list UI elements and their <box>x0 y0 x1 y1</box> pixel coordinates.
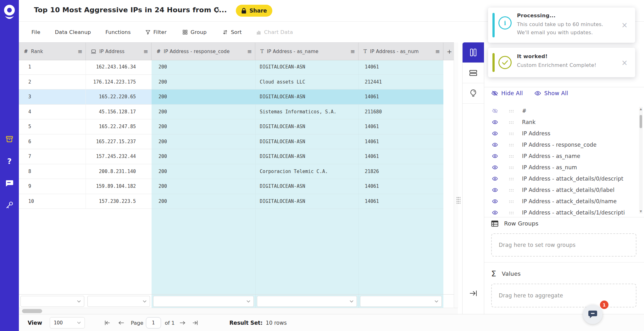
add-column-button[interactable]: + <box>443 43 453 60</box>
app-logo[interactable] <box>0 4 19 22</box>
column-header-rank[interactable]: # Rank ≡ <box>19 43 86 60</box>
drag-handle[interactable] <box>509 177 514 180</box>
share-button[interactable]: Share <box>236 5 272 17</box>
table-row[interactable]: 7157.245.232.44200DIGITALOCEAN-ASN14061 <box>19 149 443 164</box>
menu-filter[interactable]: Filter <box>145 29 167 35</box>
eye-icon[interactable] <box>492 131 498 136</box>
cell-response-code[interactable]: 200 <box>152 90 255 105</box>
cell-rank[interactable]: 8 <box>19 164 86 179</box>
column-menu-icon[interactable]: ≡ <box>350 48 355 55</box>
eye-icon[interactable] <box>492 120 498 125</box>
drag-handle[interactable] <box>509 155 514 158</box>
drag-handle[interactable] <box>509 132 514 135</box>
field-item[interactable]: IP Address <box>484 128 638 139</box>
panel-resize-handle[interactable] <box>456 197 460 204</box>
cell-as-name[interactable]: Cloud assets LLC <box>255 75 358 90</box>
cell-as-num[interactable]: 14061 <box>358 134 443 149</box>
cell-response-code[interactable]: 200 <box>152 194 255 209</box>
drag-handle[interactable] <box>509 200 514 203</box>
archive-box-icon[interactable] <box>0 135 19 143</box>
table-row[interactable]: 5165.22.247.85200DIGITALOCEAN-ASN14061 <box>19 119 443 134</box>
column-header-ip-address[interactable]: IP Address ≡ <box>86 43 152 60</box>
cell-rank[interactable]: 4 <box>19 105 86 120</box>
field-list-scrollbar[interactable]: ▲ ▼ <box>639 107 643 214</box>
cell-as-num[interactable]: 21826 <box>358 164 443 179</box>
cell-response-code[interactable]: 200 <box>152 105 255 120</box>
cell-ip[interactable]: 165.22.247.85 <box>86 119 152 134</box>
table-row-selected[interactable]: 3165.22.220.65200DIGITALOCEAN-ASN14061 <box>19 90 443 105</box>
table-row[interactable]: 10157.230.223.5200DIGITALOCEAN-ASN14061 <box>19 194 443 209</box>
tab-insights[interactable] <box>463 83 484 104</box>
close-icon[interactable]: × <box>621 59 628 67</box>
eye-off-icon[interactable] <box>492 108 498 113</box>
page-size-select[interactable]: 100 <box>50 317 85 328</box>
eye-icon[interactable] <box>492 187 498 193</box>
table-horizontal-scrollbar[interactable] <box>19 308 458 314</box>
drag-handle[interactable] <box>509 189 514 192</box>
filter-dropdown-rank[interactable] <box>20 296 84 307</box>
menu-chart-data[interactable]: Chart Data <box>256 29 293 35</box>
cell-ip[interactable]: 159.89.104.182 <box>86 179 152 194</box>
close-icon[interactable]: × <box>621 21 628 29</box>
drag-handle[interactable] <box>509 121 514 124</box>
eye-icon[interactable] <box>492 210 498 215</box>
chat-widget-button[interactable] <box>583 305 602 324</box>
eye-icon[interactable] <box>492 199 498 204</box>
cell-ip[interactable]: 176.124.223.175 <box>86 75 152 90</box>
field-item[interactable]: IP Address - as_name <box>484 150 638 162</box>
collapse-panel-button[interactable] <box>463 290 484 297</box>
cell-response-code[interactable]: 200 <box>152 60 255 75</box>
field-item[interactable]: IP Address - attack_details/1/descripti <box>484 207 638 216</box>
filter-dropdown-response-code[interactable] <box>153 296 254 307</box>
drag-handle[interactable] <box>509 144 514 146</box>
menu-group[interactable]: Group <box>182 29 207 35</box>
eye-icon[interactable] <box>492 142 498 147</box>
cell-response-code[interactable]: 200 <box>152 179 255 194</box>
page-number-input[interactable]: 1 <box>146 317 161 328</box>
cell-rank[interactable]: 5 <box>19 119 86 134</box>
field-item[interactable]: Rank <box>484 117 638 128</box>
menu-data-cleanup[interactable]: Data Cleanup <box>55 29 91 35</box>
filter-dropdown-as-num[interactable] <box>360 296 442 307</box>
chat-sidebar-icon[interactable] <box>0 180 19 187</box>
menu-functions[interactable]: Functions <box>105 29 131 35</box>
cell-ip[interactable]: 45.156.128.17 <box>86 105 152 120</box>
cell-as-name[interactable]: DIGITALOCEAN-ASN <box>255 119 358 134</box>
column-menu-icon[interactable]: ≡ <box>78 48 82 55</box>
column-header-as-num[interactable]: T IP Address - as_num ≡ <box>358 43 443 60</box>
cell-response-code[interactable]: 200 <box>152 164 255 179</box>
tab-rows[interactable] <box>463 63 484 83</box>
cell-as-name[interactable]: DIGITALOCEAN-ASN <box>255 90 358 105</box>
cell-as-num[interactable]: 212441 <box>358 75 443 90</box>
key-icon[interactable] <box>0 201 19 209</box>
cell-rank[interactable]: 7 <box>19 149 86 164</box>
cell-as-name[interactable]: DIGITALOCEAN-ASN <box>255 60 358 75</box>
scroll-down-icon[interactable]: ▼ <box>639 210 643 213</box>
cell-response-code[interactable]: 200 <box>152 119 255 134</box>
previous-page-button[interactable] <box>117 319 125 327</box>
cell-as-name[interactable]: Sistemas Informaticos, S.A. <box>255 105 358 120</box>
cell-ip[interactable]: 165.227.15.237 <box>86 134 152 149</box>
hide-all-button[interactable]: Hide All <box>491 90 523 96</box>
cell-ip[interactable]: 200.8.231.140 <box>86 164 152 179</box>
field-item[interactable]: IP Address - attack_details/0/name <box>484 196 638 207</box>
filter-dropdown-ip[interactable] <box>87 296 150 307</box>
help-icon[interactable]: ? <box>0 157 19 166</box>
column-menu-icon[interactable]: ≡ <box>143 48 148 55</box>
cell-as-num[interactable]: 14061 <box>358 60 443 75</box>
cell-ip[interactable]: 157.245.232.44 <box>86 149 152 164</box>
table-row[interactable]: 6165.227.15.237200DIGITALOCEAN-ASN14061 <box>19 134 443 149</box>
cell-rank[interactable]: 1 <box>19 60 86 75</box>
column-menu-icon[interactable]: ≡ <box>247 48 252 55</box>
drag-handle[interactable] <box>509 166 514 169</box>
cell-as-name[interactable]: DIGITALOCEAN-ASN <box>255 179 358 194</box>
eye-icon[interactable] <box>492 176 498 181</box>
cell-rank[interactable]: 6 <box>19 134 86 149</box>
cell-rank[interactable]: 3 <box>19 90 86 105</box>
column-header-as-name[interactable]: T IP Address - as_name ≡ <box>255 43 358 60</box>
table-row[interactable]: 1162.243.146.34200DIGITALOCEAN-ASN14061 <box>19 60 443 75</box>
cell-rank[interactable]: 9 <box>19 179 86 194</box>
cell-rank[interactable]: 10 <box>19 194 86 209</box>
field-item[interactable]: IP Address - as_num <box>484 162 638 173</box>
values-dropzone[interactable]: Drag here to aggregate <box>491 284 636 307</box>
